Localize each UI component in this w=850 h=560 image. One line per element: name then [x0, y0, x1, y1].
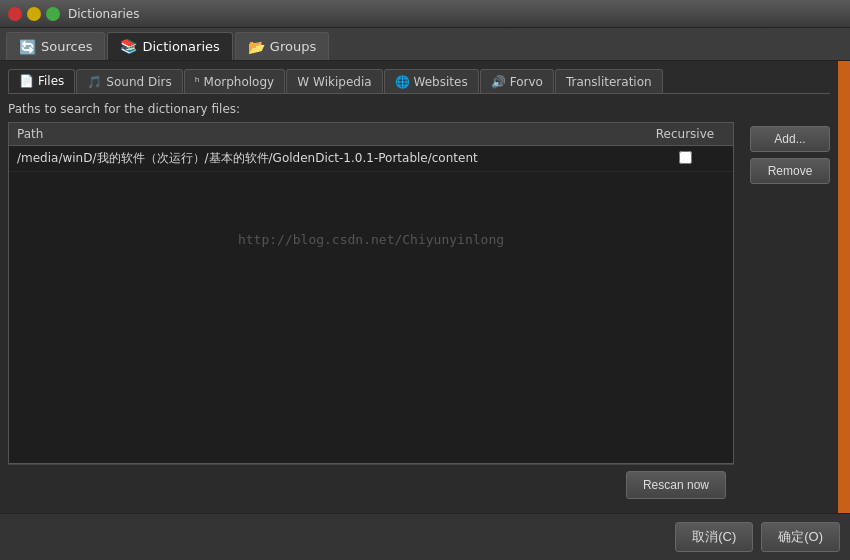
panel-inner: Paths to search for the dictionary files… — [8, 102, 830, 505]
files-icon: 📄 — [19, 74, 34, 88]
subtab-transliteration[interactable]: Transliteration — [555, 69, 663, 93]
subtab-forvo-label: Forvo — [510, 75, 543, 89]
add-button[interactable]: Add... — [750, 126, 830, 152]
subtab-forvo[interactable]: 🔊 Forvo — [480, 69, 554, 93]
table-header: Path Recursive — [9, 123, 733, 146]
maximize-button[interactable] — [46, 7, 60, 21]
right-strip — [838, 61, 850, 513]
panel-label: Paths to search for the dictionary files… — [8, 102, 830, 116]
confirm-button[interactable]: 确定(O) — [761, 522, 840, 552]
content-area: 📄 Files 🎵 Sound Dirs ʰ Morphology W Wiki… — [0, 61, 850, 513]
cancel-button[interactable]: 取消(C) — [675, 522, 753, 552]
close-button[interactable] — [8, 7, 22, 21]
main-window: 🔄 Sources 📚 Dictionaries 📂 Groups 📄 File… — [0, 28, 850, 560]
recursive-checkbox[interactable] — [679, 151, 692, 164]
subtab-wikipedia[interactable]: W Wikipedia — [286, 69, 382, 93]
main-panel: 📄 Files 🎵 Sound Dirs ʰ Morphology W Wiki… — [0, 61, 838, 513]
tab-sources-label: Sources — [41, 39, 92, 54]
subtab-morphology[interactable]: ʰ Morphology — [184, 69, 285, 93]
tab-dictionaries[interactable]: 📚 Dictionaries — [107, 32, 232, 60]
websites-icon: 🌐 — [395, 75, 410, 89]
subtab-sound-dirs-label: Sound Dirs — [106, 75, 171, 89]
wikipedia-icon: W — [297, 75, 309, 89]
subtab-files-label: Files — [38, 74, 64, 88]
bottom-row: Rescan now — [8, 464, 734, 505]
remove-button[interactable]: Remove — [750, 158, 830, 184]
subtab-sound-dirs[interactable]: 🎵 Sound Dirs — [76, 69, 182, 93]
recursive-checkbox-cell[interactable] — [645, 151, 725, 167]
groups-icon: 📂 — [248, 39, 265, 55]
tab-groups-label: Groups — [270, 39, 316, 54]
tab-groups[interactable]: 📂 Groups — [235, 32, 329, 60]
table-area: Path Recursive /media/winD/我的软件（次运行）/基本的… — [8, 122, 734, 505]
window-controls[interactable] — [8, 7, 60, 21]
sources-icon: 🔄 — [19, 39, 36, 55]
table-row: /media/winD/我的软件（次运行）/基本的软件/GoldenDict-1… — [9, 146, 733, 172]
rescan-button[interactable]: Rescan now — [626, 471, 726, 499]
col-path: Path — [17, 127, 645, 141]
minimize-button[interactable] — [27, 7, 41, 21]
side-buttons: Add... Remove — [742, 122, 830, 505]
subtab-wikipedia-label: Wikipedia — [313, 75, 372, 89]
table-container: Path Recursive /media/winD/我的软件（次运行）/基本的… — [8, 122, 734, 464]
title-bar: Dictionaries — [0, 0, 850, 28]
sub-tabs: 📄 Files 🎵 Sound Dirs ʰ Morphology W Wiki… — [8, 69, 830, 94]
col-recursive: Recursive — [645, 127, 725, 141]
forvo-icon: 🔊 — [491, 75, 506, 89]
subtab-websites-label: Websites — [414, 75, 468, 89]
dictionaries-icon: 📚 — [120, 38, 137, 54]
subtab-transliteration-label: Transliteration — [566, 75, 652, 89]
morphology-icon: ʰ — [195, 75, 200, 89]
sound-dirs-icon: 🎵 — [87, 75, 102, 89]
subtab-websites[interactable]: 🌐 Websites — [384, 69, 479, 93]
window-title: Dictionaries — [68, 7, 139, 21]
nav-tabs: 🔄 Sources 📚 Dictionaries 📂 Groups — [0, 28, 850, 61]
tab-sources[interactable]: 🔄 Sources — [6, 32, 105, 60]
path-value: /media/winD/我的软件（次运行）/基本的软件/GoldenDict-1… — [17, 150, 645, 167]
subtab-files[interactable]: 📄 Files — [8, 69, 75, 93]
tab-dictionaries-label: Dictionaries — [142, 39, 219, 54]
subtab-morphology-label: Morphology — [204, 75, 275, 89]
watermark: http://blog.csdn.net/Chiyunyinlong — [9, 172, 733, 287]
footer: 取消(C) 确定(O) — [0, 513, 850, 560]
